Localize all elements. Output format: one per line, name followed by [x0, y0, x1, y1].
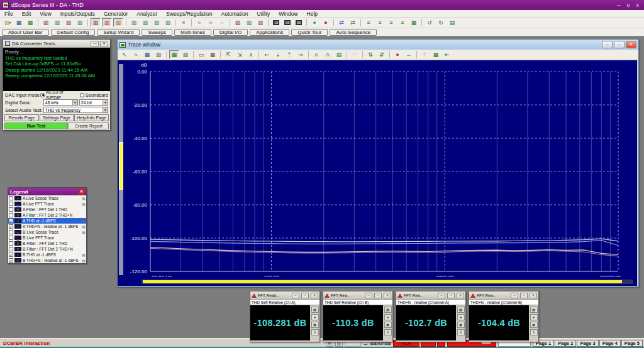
script-4-icon[interactable]: ≡: [397, 18, 408, 27]
script-1-icon[interactable]: ≡: [364, 18, 374, 27]
trace-doc-icon[interactable]: ▤: [82, 253, 86, 257]
save-icon[interactable]: ▦: [14, 18, 24, 27]
meter-tool-icon[interactable]: ⇕: [311, 329, 319, 335]
menu-sweeps-regulation[interactable]: Sweeps/Regulation: [162, 11, 216, 17]
axis-a-icon[interactable]: A: [311, 50, 321, 59]
script-3-icon[interactable]: ≡: [386, 18, 396, 27]
generator-c-icon[interactable]: ▥: [64, 18, 74, 27]
meter-b-icon[interactable]: ▥: [244, 18, 254, 27]
trace-window-titlebar[interactable]: Trace window – ▫ ✕: [118, 40, 638, 50]
legend-item-b-live-scope-trace[interactable]: ≈B Live Scope Trace▤: [8, 229, 86, 235]
marker-icon[interactable]: ●: [392, 50, 402, 59]
pan-left-icon[interactable]: ⇜: [262, 50, 272, 59]
meter-tool-icon[interactable]: ●: [311, 314, 319, 320]
legend-item-b-live-fft-trace[interactable]: ▂B Live FFT Trace: [8, 235, 86, 241]
legend-checkbox[interactable]: [9, 241, 13, 246]
pan-right-icon[interactable]: ⇝: [296, 50, 306, 59]
trace-close-button[interactable]: ✕: [626, 41, 636, 48]
meter-maximize-button[interactable]: ▫: [374, 293, 382, 298]
pointer-icon[interactable]: ↖: [119, 50, 130, 59]
meter-close-button[interactable]: ✕: [530, 293, 537, 298]
maximize-button[interactable]: o: [626, 2, 630, 8]
trace-doc-icon[interactable]: ▤: [82, 196, 86, 200]
stop-icon[interactable]: ●: [321, 18, 331, 27]
io-a-icon[interactable]: ▥: [129, 18, 139, 27]
meter-tool-icon[interactable]: ●: [384, 314, 392, 320]
trace-doc-icon[interactable]: ▤: [82, 224, 86, 229]
legend-checkbox[interactable]: ✓: [9, 219, 13, 223]
legend-item-a-thd-n-relative-at-1-dbfs[interactable]: ✓/A THD+N - relative at -1 dBFS▤: [8, 224, 86, 229]
close-button[interactable]: x: [636, 2, 640, 8]
meter-tool-icon[interactable]: ⇕: [384, 329, 392, 335]
save-config-icon[interactable]: ▦: [25, 18, 35, 27]
meter-tool-icon[interactable]: ▦: [457, 307, 465, 313]
script-5-icon[interactable]: ▦: [409, 18, 419, 27]
vertical-scroll-thumb[interactable]: [119, 142, 123, 190]
reading-2-icon[interactable]: 58: [282, 18, 292, 27]
applications-button[interactable]: Applications: [250, 29, 289, 36]
zoom-fit-icon[interactable]: ∧: [246, 50, 256, 59]
chart-export-icon[interactable]: ▨: [180, 50, 191, 59]
meter-tool-icon[interactable]: ▦: [311, 307, 319, 313]
script-2-icon[interactable]: ≡: [375, 18, 385, 27]
legend-checkbox[interactable]: [9, 247, 13, 251]
meter-tool-icon[interactable]: ⇕: [530, 329, 538, 335]
da-close-button[interactable]: ✕: [100, 41, 108, 46]
meter-c-icon[interactable]: ▥: [255, 18, 265, 27]
digital-i-o-button[interactable]: Digital I/O: [213, 29, 248, 36]
legend-item-a-thd-at-1-dbfs[interactable]: ✓/A THD at -1 dBFS▤: [8, 218, 86, 224]
ac-coupling-c-icon[interactable]: ≈: [217, 18, 227, 27]
open-icon[interactable]: ▤▾: [3, 18, 13, 27]
da-minimize-button[interactable]: —: [91, 41, 99, 46]
meter-titlebar[interactable]: FFT Read... –▫✕: [250, 291, 319, 299]
meter-minimize-button[interactable]: –: [438, 293, 445, 298]
run-icon[interactable]: ●: [309, 18, 319, 27]
undo-icon[interactable]: ↺: [425, 18, 435, 27]
trace-maximize-button[interactable]: ▫: [614, 41, 625, 48]
redo-icon[interactable]: ↻: [436, 18, 446, 27]
meter-minimize-button[interactable]: –: [292, 293, 299, 298]
legend-checkbox[interactable]: [9, 236, 13, 240]
save-trace-icon[interactable]: ▦: [142, 50, 152, 59]
meter-tool-icon[interactable]: ●: [530, 314, 538, 320]
sweeps-button[interactable]: Sweeps: [142, 29, 172, 36]
copy-trace-icon[interactable]: ▥: [153, 50, 164, 59]
legend-item-a-live-fft-trace[interactable]: ▂A Live FFT Trace▤: [8, 201, 86, 207]
bit-depth-select[interactable]: 24 bit▼: [79, 99, 108, 106]
legend-titlebar[interactable]: Legend ✕: [8, 188, 86, 195]
analyzer-b-icon[interactable]: ▥: [102, 18, 112, 27]
meter-minimize-button[interactable]: –: [365, 293, 372, 298]
legend-checkbox[interactable]: [9, 207, 13, 212]
menu-file[interactable]: File: [0, 11, 18, 17]
zoom-x-icon[interactable]: ⇱: [223, 50, 233, 59]
span-icon[interactable]: ↔: [404, 50, 414, 59]
legend-checkbox[interactable]: ✓: [9, 224, 13, 229]
meter-tool-icon[interactable]: ▣: [530, 322, 538, 328]
smooth-trace-icon[interactable]: ≈: [131, 50, 141, 59]
aes3-radio[interactable]: [40, 93, 45, 97]
menu-inputs-outputs[interactable]: Inputs/Outputs: [56, 11, 99, 17]
branch-down-icon[interactable]: ⇵: [377, 50, 387, 59]
meter-tool-icon[interactable]: ●: [457, 314, 465, 320]
minimize-button[interactable]: –: [617, 2, 620, 8]
legend-checkbox[interactable]: [9, 202, 13, 206]
sample-rate-select[interactable]: 48 kHz▼: [43, 99, 78, 106]
analyzer-c-icon[interactable]: ▥: [113, 18, 123, 27]
meter-tool-icon[interactable]: ▦: [384, 307, 392, 313]
legend-item-b-thd-n-relative-at-1-dbfs[interactable]: ✓/B THD+N - relative at -1 dBFS▤: [8, 258, 86, 263]
menu-edit[interactable]: Edit: [18, 11, 36, 17]
legend-checkbox[interactable]: [9, 196, 13, 200]
meter-tool-icon[interactable]: ▣: [457, 322, 465, 328]
trace-doc-icon[interactable]: ▤: [82, 258, 86, 263]
image-export-icon[interactable]: ▩: [169, 50, 179, 59]
meter-tool-icon[interactable]: ▣: [384, 322, 392, 328]
rescale-icon[interactable]: ▤: [334, 50, 344, 59]
meter-close-button[interactable]: ✕: [457, 293, 464, 298]
legend-close-button[interactable]: ✕: [79, 189, 84, 195]
folder-green-icon[interactable]: ▤: [447, 18, 457, 27]
menu-window[interactable]: Window: [274, 11, 302, 17]
legend-item-a-filter-fft-det-2-thd-n[interactable]: YA Filter : FFT Det 2 THD+N: [8, 212, 86, 218]
create-report-button[interactable]: Create Report: [69, 122, 109, 129]
chart-vertical-scrollbar[interactable]: [119, 64, 123, 275]
axis-b-icon[interactable]: A: [323, 50, 333, 59]
